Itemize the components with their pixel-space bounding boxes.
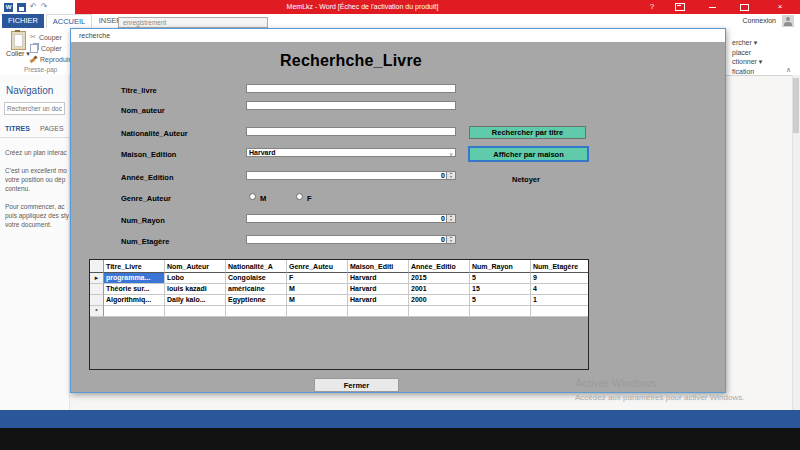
table-cell[interactable]: 5	[470, 273, 531, 284]
fermer-button[interactable]: Fermer	[314, 378, 399, 392]
cut-button[interactable]: ✂ Couper	[30, 32, 62, 42]
table-row-new[interactable]: *	[90, 306, 588, 317]
save-icon[interactable]	[17, 3, 26, 12]
navigation-title: Navigation	[6, 85, 53, 96]
dialog-titlebar[interactable]: recherche	[71, 29, 725, 42]
numeric-value: 0	[441, 172, 445, 180]
table-cell[interactable]: Daily kalo...	[165, 295, 226, 306]
copy-button[interactable]: Copier	[30, 43, 62, 53]
titre-livre-input[interactable]	[246, 84, 456, 93]
chevron-down-icon[interactable]: ∨	[449, 150, 453, 158]
annee-edition-numeric[interactable]: 0 ▲ ▼	[246, 171, 456, 180]
table-cell[interactable]: Harvard	[348, 273, 409, 284]
table-cell[interactable]	[470, 306, 531, 317]
nav-tab-titres[interactable]: TITRES	[5, 125, 30, 132]
afficher-par-maison-button[interactable]: Afficher par maison	[468, 146, 589, 162]
column-header[interactable]: Genre_Auteu	[287, 260, 348, 273]
netoyer-button[interactable]: Netoyer	[471, 175, 581, 184]
table-cell[interactable]: 2000	[409, 295, 470, 306]
table-cell[interactable]	[409, 306, 470, 317]
new-row-indicator[interactable]: *	[90, 306, 104, 317]
table-cell[interactable]	[287, 306, 348, 317]
table-cell[interactable]	[348, 306, 409, 317]
grid-corner-cell[interactable]	[90, 260, 104, 273]
table-cell[interactable]: M	[287, 295, 348, 306]
ribbon-item-remplacer[interactable]: placer	[732, 49, 751, 56]
nom-auteur-input[interactable]	[246, 101, 456, 110]
row-selector[interactable]	[90, 284, 104, 295]
table-cell[interactable]: 1	[531, 295, 589, 306]
paste-button[interactable]: Coller ▾	[5, 31, 31, 71]
num-rayon-numeric[interactable]: 0 ▲ ▼	[246, 214, 456, 223]
undo-icon[interactable]: ↶	[30, 2, 37, 12]
scrollbar-thumb[interactable]	[793, 78, 799, 133]
table-cell[interactable]: Congolaise	[226, 273, 287, 284]
radio-m[interactable]	[249, 193, 256, 200]
table-cell[interactable]: programma...	[104, 273, 165, 284]
table-cell[interactable]	[226, 306, 287, 317]
maison-edition-combobox[interactable]: Harvard ∨	[246, 148, 456, 157]
close-icon[interactable]: ×	[768, 0, 792, 14]
column-header[interactable]: Année_Editio	[409, 260, 470, 273]
table-row[interactable]: Théorie sur... louis kazadi américaine M…	[90, 284, 588, 295]
nav-text: C'est un excellent mo	[5, 166, 69, 175]
table-cell[interactable]: Lobo	[165, 273, 226, 284]
nav-tab-pages[interactable]: PAGES	[40, 125, 64, 132]
combo-value: Harvard	[249, 149, 275, 156]
table-cell[interactable]: Egyptienne	[226, 295, 287, 306]
nav-search-input[interactable]	[4, 102, 65, 115]
table-cell[interactable]	[104, 306, 165, 317]
nationalite-auteur-input[interactable]	[246, 127, 456, 136]
table-cell[interactable]: Théorie sur...	[104, 284, 165, 295]
tab-fichier[interactable]: FICHIER	[2, 14, 44, 28]
table-cell[interactable]: louis kazadi	[165, 284, 226, 295]
connexion-link[interactable]: Connexion	[743, 14, 776, 28]
table-cell[interactable]: 2015	[409, 273, 470, 284]
table-cell[interactable]: 5	[470, 295, 531, 306]
restore-icon[interactable]	[732, 0, 756, 14]
column-header[interactable]: Num_Rayon	[470, 260, 531, 273]
table-cell[interactable]	[531, 306, 589, 317]
spin-down-icon[interactable]: ▼	[447, 240, 455, 244]
table-cell[interactable]: M	[287, 284, 348, 295]
column-header[interactable]: Maison_Editi	[348, 260, 409, 273]
format-painter-button[interactable]: Reproduire	[30, 54, 75, 64]
ribbon-item-rechercher[interactable]: ercher ▾	[732, 39, 757, 47]
redo-icon[interactable]: ↷	[41, 2, 48, 12]
column-header[interactable]: Titre_Livre	[104, 260, 165, 273]
help-icon[interactable]: ?	[640, 0, 664, 14]
row-selector[interactable]: ►	[90, 273, 104, 284]
background-window-enregistrement[interactable]: enregistrement	[118, 17, 268, 28]
num-etagere-numeric[interactable]: 0 ▲ ▼	[246, 235, 456, 244]
tab-accueil[interactable]: ACCUEIL	[46, 14, 92, 28]
table-row[interactable]: ► programma... Lobo Congolaise F Harvard…	[90, 273, 588, 284]
nav-text: puis appliquez des sty	[5, 211, 69, 220]
label-maison-edition: Maison_Edition	[121, 150, 176, 159]
ribbon-display-options-icon[interactable]	[668, 0, 692, 14]
minimize-icon[interactable]	[700, 0, 724, 14]
table-cell[interactable]: 2001	[409, 284, 470, 295]
spin-down-icon[interactable]: ▼	[447, 219, 455, 223]
user-avatar[interactable]	[782, 15, 794, 27]
column-header[interactable]: Nationalité_A	[226, 260, 287, 273]
table-cell[interactable]: 15	[470, 284, 531, 295]
cut-label: Couper	[39, 34, 62, 41]
table-cell[interactable]: 4	[531, 284, 589, 295]
column-header[interactable]: Num_Etagère	[531, 260, 589, 273]
radio-f[interactable]	[296, 193, 303, 200]
row-selector[interactable]	[90, 295, 104, 306]
spin-down-icon[interactable]: ▼	[447, 176, 455, 180]
rechercher-par-titre-button[interactable]: Rechercher par titre	[469, 126, 586, 139]
table-cell[interactable]	[165, 306, 226, 317]
table-cell[interactable]: Algorithmiq...	[104, 295, 165, 306]
table-cell[interactable]: F	[287, 273, 348, 284]
table-cell[interactable]: 9	[531, 273, 589, 284]
table-cell[interactable]: Harvard	[348, 284, 409, 295]
table-cell[interactable]: américaine	[226, 284, 287, 295]
column-header[interactable]: Nom_Auteur	[165, 260, 226, 273]
table-row[interactable]: Algorithmiq... Daily kalo... Egyptienne …	[90, 295, 588, 306]
collapse-ribbon-icon[interactable]: ∧	[786, 66, 791, 74]
ribbon-item-selectionner[interactable]: ctionner ▾	[732, 58, 762, 66]
word-app-icon: W	[4, 3, 13, 12]
table-cell[interactable]: Harvard	[348, 295, 409, 306]
